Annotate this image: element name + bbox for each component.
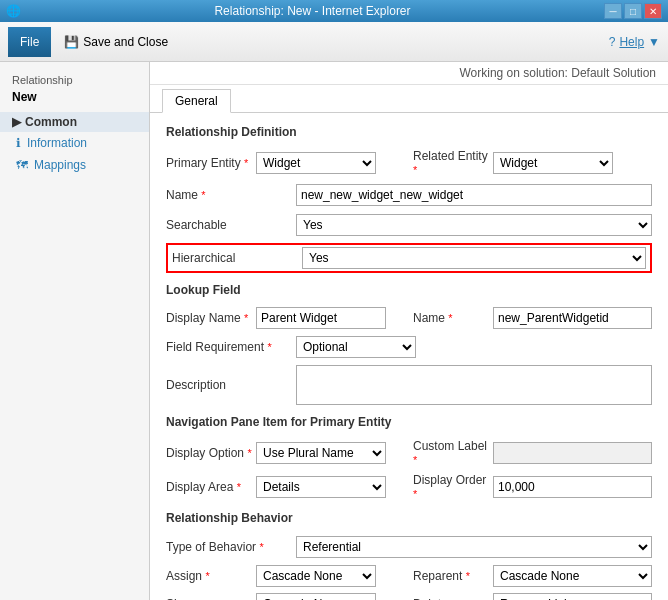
form-content: Relationship Definition Primary Entity *… xyxy=(150,113,668,600)
close-button[interactable]: ✕ xyxy=(644,3,662,19)
delete-select[interactable]: Remove Link xyxy=(493,593,652,600)
nav-pane-section: Navigation Pane Item for Primary Entity … xyxy=(166,415,652,501)
field-requirement-label: Field Requirement * xyxy=(166,340,296,354)
custom-label-input[interactable] xyxy=(493,442,652,464)
toolbar: File 💾 Save and Close ? Help ▼ xyxy=(0,22,668,62)
display-name-name-row: Display Name * Name * xyxy=(166,307,652,329)
name-label: Name * xyxy=(166,188,296,202)
information-icon: ℹ xyxy=(16,136,21,150)
lookup-field-section: Lookup Field Display Name * Name * xyxy=(166,283,652,405)
relationship-behavior-title: Relationship Behavior xyxy=(166,511,652,527)
display-area-select[interactable]: Details xyxy=(256,476,386,498)
sidebar-item-information-label: Information xyxy=(27,136,87,150)
related-entity-col: Related Entity * Widget xyxy=(413,149,652,177)
sidebar-entity-name: New xyxy=(0,90,149,112)
tabs: General xyxy=(150,85,668,113)
display-name-col: Display Name * xyxy=(166,307,405,329)
custom-label-label: Custom Label * xyxy=(413,439,493,467)
restore-button[interactable]: □ xyxy=(624,3,642,19)
display-option-label: Display Option * xyxy=(166,446,256,460)
share-col: Share * Cascade None xyxy=(166,593,405,600)
reparent-select[interactable]: Cascade None xyxy=(493,565,652,587)
searchable-control: Yes No xyxy=(296,214,652,236)
relationship-definition-title: Relationship Definition xyxy=(166,125,652,141)
minimize-button[interactable]: ─ xyxy=(604,3,622,19)
hierarchical-control: Yes No xyxy=(302,247,646,269)
field-requirement-row: Field Requirement * Optional Required xyxy=(166,335,652,359)
help-icon: ? xyxy=(609,35,616,49)
sidebar-section-common: ▶ Common xyxy=(0,112,149,132)
assign-label: Assign * xyxy=(166,569,256,583)
searchable-row: Searchable Yes No xyxy=(166,213,652,237)
reparent-col: Reparent * Cascade None xyxy=(413,565,652,587)
related-entity-select[interactable]: Widget xyxy=(493,152,613,174)
main-container: Relationship New ▶ Common ℹ Information … xyxy=(0,62,668,600)
save-and-close-button[interactable]: 💾 Save and Close xyxy=(55,27,177,57)
field-requirement-control: Optional Required xyxy=(296,336,652,358)
type-of-behavior-control: Referential Parental Configurable Cascad… xyxy=(296,536,652,558)
primary-entity-select[interactable]: Widget xyxy=(256,152,376,174)
hierarchical-row: Hierarchical Yes No xyxy=(166,243,652,273)
display-area-col: Display Area * Details xyxy=(166,473,405,501)
tab-general[interactable]: General xyxy=(162,89,231,113)
relationship-behavior-section: Relationship Behavior Type of Behavior *… xyxy=(166,511,652,600)
description-row: Description xyxy=(166,365,652,405)
lookup-name-col: Name * xyxy=(413,307,652,329)
type-of-behavior-row: Type of Behavior * Referential Parental … xyxy=(166,535,652,559)
display-area-row: Display Area * Details Display Order * xyxy=(166,473,652,501)
sidebar-section-label: Common xyxy=(25,115,77,129)
display-name-input[interactable] xyxy=(256,307,386,329)
nav-pane-title: Navigation Pane Item for Primary Entity xyxy=(166,415,652,431)
related-entity-label: Related Entity * xyxy=(413,149,493,177)
sidebar-item-mappings-label: Mappings xyxy=(34,158,86,172)
description-label: Description xyxy=(166,378,296,392)
file-button[interactable]: File xyxy=(8,27,51,57)
help-dropdown-icon[interactable]: ▼ xyxy=(648,35,660,49)
assign-select[interactable]: Cascade None xyxy=(256,565,376,587)
save-and-close-label: Save and Close xyxy=(83,35,168,49)
type-of-behavior-label: Type of Behavior * xyxy=(166,540,296,554)
type-of-behavior-select[interactable]: Referential Parental Configurable Cascad… xyxy=(296,536,652,558)
display-option-select[interactable]: Use Plural Name Use Custom Label Do Not … xyxy=(256,442,386,464)
display-order-col: Display Order * xyxy=(413,473,652,501)
solution-bar-text: Working on solution: Default Solution xyxy=(459,66,656,80)
display-order-label: Display Order * xyxy=(413,473,493,501)
hierarchical-select[interactable]: Yes No xyxy=(302,247,646,269)
share-delete-row: Share * Cascade None Delete * xyxy=(166,593,652,600)
sidebar-item-mappings[interactable]: 🗺 Mappings xyxy=(0,154,149,176)
field-requirement-select[interactable]: Optional Required xyxy=(296,336,416,358)
lookup-name-input[interactable] xyxy=(493,307,652,329)
name-input[interactable] xyxy=(296,184,652,206)
name-row: Name * xyxy=(166,183,652,207)
display-order-input[interactable] xyxy=(493,476,652,498)
display-area-label: Display Area * xyxy=(166,480,256,494)
assign-reparent-row: Assign * Cascade None Reparent * xyxy=(166,565,652,587)
custom-label-col: Custom Label * xyxy=(413,439,652,467)
title-bar-controls: ─ □ ✕ xyxy=(604,3,662,19)
toolbar-right: ? Help ▼ xyxy=(609,35,660,49)
primary-related-entity-row: Primary Entity * Widget Related Entity *… xyxy=(166,149,652,177)
share-select[interactable]: Cascade None xyxy=(256,593,376,600)
display-option-col: Display Option * Use Plural Name Use Cus… xyxy=(166,439,405,467)
content-area: Working on solution: Default Solution Ge… xyxy=(150,62,668,600)
sidebar: Relationship New ▶ Common ℹ Information … xyxy=(0,62,150,600)
name-control xyxy=(296,184,652,206)
searchable-label: Searchable xyxy=(166,218,296,232)
description-input[interactable] xyxy=(296,365,652,405)
primary-entity-label: Primary Entity * xyxy=(166,156,256,170)
assign-col: Assign * Cascade None xyxy=(166,565,405,587)
title-bar-text: Relationship: New - Internet Explorer xyxy=(21,4,604,18)
sidebar-entity-type: Relationship xyxy=(0,70,149,90)
display-name-label: Display Name * xyxy=(166,311,256,325)
description-control xyxy=(296,365,652,405)
hierarchical-label: Hierarchical xyxy=(172,251,302,265)
sidebar-item-information[interactable]: ℹ Information xyxy=(0,132,149,154)
searchable-select[interactable]: Yes No xyxy=(296,214,652,236)
reparent-label: Reparent * xyxy=(413,569,493,583)
solution-bar: Working on solution: Default Solution xyxy=(150,62,668,85)
triangle-icon: ▶ xyxy=(12,115,21,129)
save-icon: 💾 xyxy=(64,35,79,49)
mappings-icon: 🗺 xyxy=(16,158,28,172)
help-label[interactable]: Help xyxy=(619,35,644,49)
title-bar: 🌐 Relationship: New - Internet Explorer … xyxy=(0,0,668,22)
